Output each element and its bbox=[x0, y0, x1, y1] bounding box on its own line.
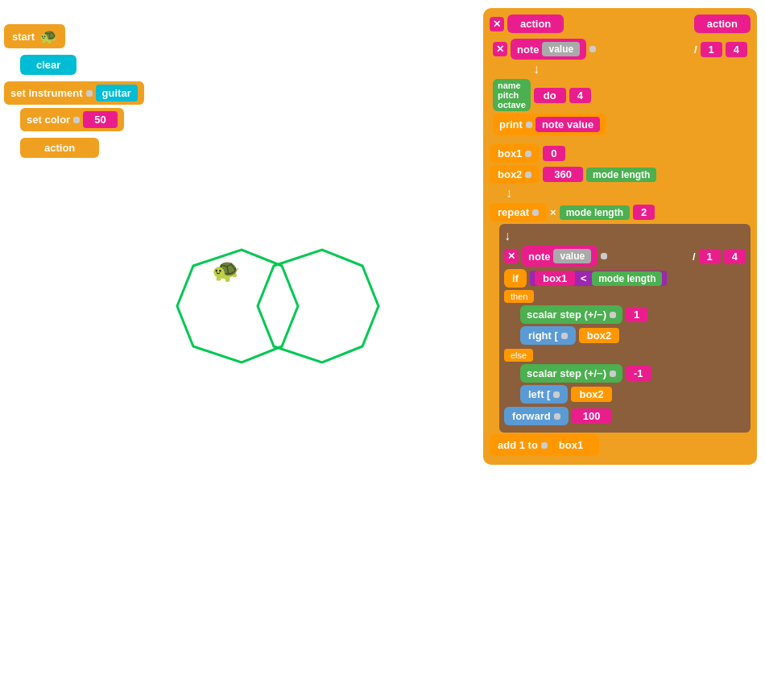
print-block[interactable]: print note value bbox=[493, 114, 606, 135]
forward-val[interactable]: 100 bbox=[572, 408, 612, 424]
forward-label: forward bbox=[512, 410, 551, 422]
slash-label: / bbox=[694, 43, 697, 56]
name-pitch-block[interactable]: name pitch octave bbox=[493, 79, 531, 111]
note-block[interactable]: note value bbox=[511, 39, 586, 60]
start-label: start bbox=[12, 31, 35, 43]
left-row: left [ box2 bbox=[520, 385, 746, 404]
scalar-step-1-row: scalar step (+/−) 1 bbox=[520, 305, 746, 324]
add-row: add 1 to box1 bbox=[490, 434, 751, 456]
repeat-block[interactable]: repeat bbox=[490, 203, 547, 222]
add-label: add 1 to bbox=[498, 439, 538, 451]
right-row: right [ box2 bbox=[520, 326, 746, 345]
add-block[interactable]: add 1 to box1 bbox=[490, 434, 599, 456]
note-value-label[interactable]: note value bbox=[536, 117, 600, 132]
value2-tag: value bbox=[553, 249, 591, 263]
down-arrow-3: ↓ bbox=[504, 229, 511, 243]
name-label: name bbox=[498, 81, 526, 90]
box2-val[interactable]: 360 bbox=[543, 167, 583, 182]
left-box2[interactable]: box2 bbox=[571, 387, 611, 402]
action-label-1[interactable]: action bbox=[507, 14, 564, 33]
if-block[interactable]: if bbox=[504, 269, 527, 288]
down-row-2: ↓ bbox=[490, 186, 751, 201]
box1-if[interactable]: box1 bbox=[535, 271, 575, 286]
less-than-block[interactable]: box1 < mode length bbox=[530, 271, 668, 286]
cross-icon-1[interactable]: ✕ bbox=[490, 17, 504, 31]
then-row: then bbox=[504, 290, 746, 303]
clear-label: clear bbox=[36, 59, 60, 71]
note2-label: note bbox=[528, 251, 550, 263]
note-down-row: ↓ bbox=[493, 62, 747, 77]
clear-block[interactable]: clear bbox=[20, 55, 76, 75]
scalar-step-2-row: scalar step (+/−) -1 bbox=[520, 364, 746, 383]
step-val-2[interactable]: -1 bbox=[626, 366, 651, 381]
cross-icon-note2[interactable]: ✕ bbox=[504, 249, 519, 263]
turtle-sprite: 🐢 bbox=[212, 257, 240, 284]
set-color-label: set color bbox=[27, 114, 70, 126]
scalar-step-2[interactable]: scalar step (+/−) bbox=[520, 364, 622, 383]
less-than-sign: < bbox=[578, 272, 589, 284]
repeat-val[interactable]: 2 bbox=[633, 205, 655, 220]
repeat-connector bbox=[532, 209, 539, 216]
right-block[interactable]: right [ bbox=[520, 326, 576, 345]
down-arrow-1: ↓ bbox=[533, 62, 540, 77]
add-box[interactable]: box1 bbox=[551, 437, 591, 453]
connector bbox=[86, 90, 93, 97]
mode-length-1[interactable]: mode length bbox=[586, 168, 656, 182]
action-row-left: action bbox=[20, 135, 144, 158]
action-label-2[interactable]: action bbox=[694, 14, 751, 33]
guitar-value[interactable]: guitar bbox=[96, 85, 138, 101]
note2-connector bbox=[601, 253, 607, 259]
do-block[interactable]: do bbox=[534, 88, 566, 103]
octave-val[interactable]: 4 bbox=[569, 88, 591, 103]
ss1-connector bbox=[610, 312, 616, 318]
set-color-block[interactable]: set color 50 bbox=[20, 108, 124, 131]
note-row-2: ✕ note value / 1 4 bbox=[504, 246, 746, 267]
turtle-icon: 🐢 bbox=[39, 27, 57, 45]
print-label: print bbox=[499, 118, 523, 130]
forward-block[interactable]: forward bbox=[504, 407, 569, 425]
forward-row: forward 100 bbox=[504, 407, 746, 425]
box1-val[interactable]: 0 bbox=[543, 146, 564, 161]
start-block[interactable]: start 🐢 bbox=[4, 24, 65, 48]
set-instrument-block[interactable]: set instrument guitar bbox=[4, 81, 144, 105]
num4[interactable]: 4 bbox=[726, 42, 747, 57]
outer-container: ✕ action action ✕ note value / 1 4 ↓ bbox=[483, 8, 757, 465]
box2-block[interactable]: box2 bbox=[490, 165, 540, 184]
box1-label: box1 bbox=[498, 147, 522, 159]
then-label: then bbox=[504, 290, 534, 303]
scalar-step-1[interactable]: scalar step (+/−) bbox=[520, 305, 622, 324]
value-tag: value bbox=[542, 42, 580, 56]
pitch-label: pitch bbox=[498, 90, 526, 100]
right-panel: ✕ action action ✕ note value / 1 4 ↓ bbox=[483, 8, 757, 465]
num4b[interactable]: 4 bbox=[724, 249, 746, 264]
right-label: right [ bbox=[528, 329, 558, 342]
if-row: if box1 < mode length bbox=[504, 269, 746, 288]
color-value[interactable]: 50 bbox=[83, 111, 117, 128]
note-block-2[interactable]: note value bbox=[522, 246, 598, 267]
clear-row: clear bbox=[20, 52, 144, 75]
connector2 bbox=[73, 117, 80, 123]
left-block[interactable]: left [ bbox=[520, 385, 568, 404]
box1-block[interactable]: box1 bbox=[490, 144, 540, 163]
right-connector bbox=[561, 333, 568, 339]
note-section: ✕ note value / 1 4 ↓ name pitch octa bbox=[490, 35, 751, 141]
ss2-connector bbox=[610, 371, 616, 377]
svg-marker-1 bbox=[258, 250, 378, 362]
scalar-step-2-label: scalar step (+/−) bbox=[527, 367, 606, 379]
num1[interactable]: 1 bbox=[701, 42, 722, 57]
action-block-left[interactable]: action bbox=[20, 138, 99, 158]
right-box2[interactable]: box2 bbox=[579, 328, 619, 343]
repeat-row: repeat × mode length 2 bbox=[490, 203, 751, 222]
else-row: else bbox=[504, 347, 746, 362]
mode-length-3[interactable]: mode length bbox=[592, 271, 662, 286]
box2-connector bbox=[525, 172, 531, 178]
set-color-row: set color 50 bbox=[20, 108, 144, 131]
mode-length-2[interactable]: mode length bbox=[560, 205, 630, 220]
x-label: × bbox=[550, 206, 556, 218]
set-instrument-label: set instrument bbox=[10, 87, 83, 99]
cross-icon-note[interactable]: ✕ bbox=[493, 42, 507, 56]
if-label: if bbox=[512, 272, 519, 284]
step-val-1[interactable]: 1 bbox=[626, 307, 647, 322]
note-connector bbox=[589, 46, 596, 52]
num1b[interactable]: 1 bbox=[699, 249, 721, 264]
